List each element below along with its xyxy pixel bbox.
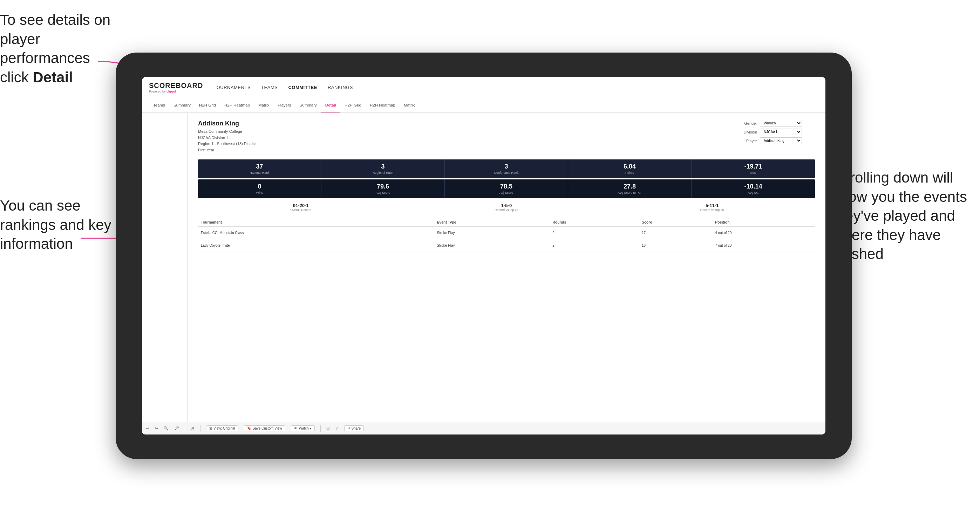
table-row: Estella CC- Mountain Classic Stroke Play…	[198, 227, 815, 239]
national-rank-label: National Rank	[200, 171, 319, 175]
overall-record-value: 91-20-1	[198, 203, 404, 208]
redo-icon[interactable]: ↪	[155, 426, 158, 431]
watch-button[interactable]: 👁 Watch ▾	[291, 425, 315, 431]
sub-nav-players[interactable]: Players	[274, 98, 295, 113]
watch-label: Watch ▾	[299, 427, 312, 430]
left-sidebar	[142, 113, 188, 422]
conference-rank-value: 3	[447, 163, 566, 170]
nav-committee[interactable]: COMMITTEE	[288, 85, 317, 90]
annotation-right: Scrolling down will show you the events …	[833, 168, 980, 264]
bottom-toolbar: ↩ ↪ 🔍 🔎 ⏱ ⊞ View: Original 🔖 Save Custom…	[142, 422, 826, 435]
stats-row2: 0 Wins 79.6 Avg Score 78.5 Adj Score 2	[198, 179, 815, 198]
sub-nav-h2h-heatmap2[interactable]: H2H Heatmap	[366, 98, 399, 113]
player-header: Addison King Mesa Community College NJCA…	[198, 120, 815, 153]
sub-nav-detail[interactable]: Detail	[321, 98, 340, 113]
stats-row1: 37 National Rank 3 Regional Rank 3 Confe…	[198, 159, 815, 178]
player-college: Mesa Community College	[198, 129, 256, 135]
player-filters: Gender Women Men Division NJCAA I	[738, 120, 815, 144]
regional-rank-value: 3	[323, 163, 443, 170]
stat-avg-score: 79.6 Avg Score	[321, 179, 445, 198]
adj-score-label: Adj Score	[447, 191, 566, 194]
sub-nav-teams[interactable]: Teams	[149, 98, 169, 113]
sub-nav-matrix2[interactable]: Matrix	[399, 98, 419, 113]
sub-nav-h2h-heatmap[interactable]: H2H Heatmap	[220, 98, 254, 113]
share-label: Share	[352, 427, 361, 430]
view-original-button[interactable]: ⊞ View: Original	[206, 425, 238, 431]
player-filter-row: Player Addison King	[738, 137, 815, 144]
player-select[interactable]: Addison King	[760, 137, 802, 144]
content-area: Addison King Mesa Community College NJCA…	[188, 113, 826, 422]
sos-value: -19.71	[693, 163, 813, 170]
player-region: Region 1 - Southwest (18) District	[198, 141, 256, 147]
save-custom-view-button[interactable]: 🔖 Save Custom View	[244, 425, 285, 431]
toolbar-separator2	[200, 425, 200, 432]
table-header: Tournament Event Type Rounds Score Posit…	[198, 218, 815, 227]
fullscreen-icon[interactable]: ⤢	[336, 426, 339, 431]
sub-nav-h2h-grid2[interactable]: H2H Grid	[340, 98, 366, 113]
sub-nav-h2h-grid[interactable]: H2H Grid	[195, 98, 220, 113]
sub-nav-summary[interactable]: Summary	[169, 98, 195, 113]
avg-sg-label: Avg SG	[693, 191, 813, 194]
annotation-detail-bold: Detail	[33, 69, 73, 86]
clock-icon[interactable]: ⏱	[191, 427, 194, 431]
event-type-2: Stroke Play	[434, 239, 550, 252]
nav-items: TOURNAMENTS TEAMS COMMITTEE RANKINGS	[213, 85, 353, 90]
avg-score-label: Avg Score	[323, 191, 443, 194]
score-2: 16	[639, 239, 712, 252]
top50-record-value: 5-11-1	[609, 203, 815, 208]
national-rank-value: 37	[200, 163, 319, 170]
division-select[interactable]: NJCAA I	[760, 129, 802, 135]
score-1: 17	[639, 227, 712, 239]
logo-powered: Powered by clippd	[149, 90, 203, 93]
table-header-row: Tournament Event Type Rounds Score Posit…	[198, 218, 815, 227]
stat-points: 6.04 Points	[568, 159, 692, 178]
zoom-in-icon[interactable]: 🔎	[174, 426, 179, 431]
stat-avg-score-par: 27.8 Avg Score to Par	[568, 179, 692, 198]
points-value: 6.04	[570, 163, 689, 170]
sub-nav: Teams Summary H2H Grid H2H Heatmap Matri…	[142, 98, 826, 113]
player-name: Addison King	[198, 120, 256, 127]
col-position: Position	[712, 218, 815, 227]
undo-icon[interactable]: ↩	[146, 426, 149, 431]
rounds-1: 2	[550, 227, 639, 239]
stat-conference-rank: 3 Conference Rank	[445, 159, 568, 178]
table-body: Estella CC- Mountain Classic Stroke Play…	[198, 227, 815, 252]
col-score: Score	[639, 218, 712, 227]
sos-label: SoS	[693, 171, 813, 175]
avg-score-value: 79.6	[323, 183, 443, 190]
top50-record-label: Record vs top 50	[609, 208, 815, 212]
gender-select[interactable]: Women Men	[760, 120, 802, 127]
save-icon: 🔖	[247, 427, 251, 430]
position-2: 7 out of 20	[712, 239, 815, 252]
record-overall: 91-20-1 Overall Record	[198, 203, 404, 212]
record-top25: 1-5-0 Record vs top 25	[404, 203, 609, 212]
record-top50: 5-11-1 Record vs top 50	[609, 203, 815, 212]
player-division: NJCAA Division 1	[198, 135, 256, 141]
stat-regional-rank: 3 Regional Rank	[321, 159, 445, 178]
tournament-table: Tournament Event Type Rounds Score Posit…	[198, 218, 815, 252]
nav-teams[interactable]: TEAMS	[261, 85, 278, 90]
sub-nav-matrix[interactable]: Matrix	[254, 98, 274, 113]
col-event-type: Event Type	[434, 218, 550, 227]
nav-tournaments[interactable]: TOURNAMENTS	[213, 85, 251, 90]
event-type-1: Stroke Play	[434, 227, 550, 239]
zoom-out-icon[interactable]: 🔍	[164, 426, 169, 431]
avg-sg-value: -10.14	[693, 183, 813, 190]
adj-score-value: 78.5	[447, 183, 566, 190]
share-button[interactable]: ↗ Share	[344, 425, 364, 431]
wins-label: Wins	[200, 191, 319, 194]
wins-value: 0	[200, 183, 319, 190]
division-filter-row: Division NJCAA I	[738, 129, 815, 135]
logo-scoreboard: SCOREBOARD	[149, 82, 203, 90]
points-label: Points	[570, 171, 689, 175]
overall-record-label: Overall Record	[198, 208, 404, 212]
view-original-label: View: Original	[213, 427, 235, 430]
stat-wins: 0 Wins	[198, 179, 321, 198]
gender-filter-row: Gender Women Men	[738, 120, 815, 127]
save-custom-label: Save Custom View	[253, 427, 282, 430]
rounds-2: 2	[550, 239, 639, 252]
sub-nav-summary2[interactable]: Summary	[296, 98, 321, 113]
present-icon[interactable]: ⬡	[326, 426, 330, 431]
nav-rankings[interactable]: RANKINGS	[328, 85, 353, 90]
tablet-screen: SCOREBOARD Powered by clippd TOURNAMENTS…	[142, 77, 826, 435]
